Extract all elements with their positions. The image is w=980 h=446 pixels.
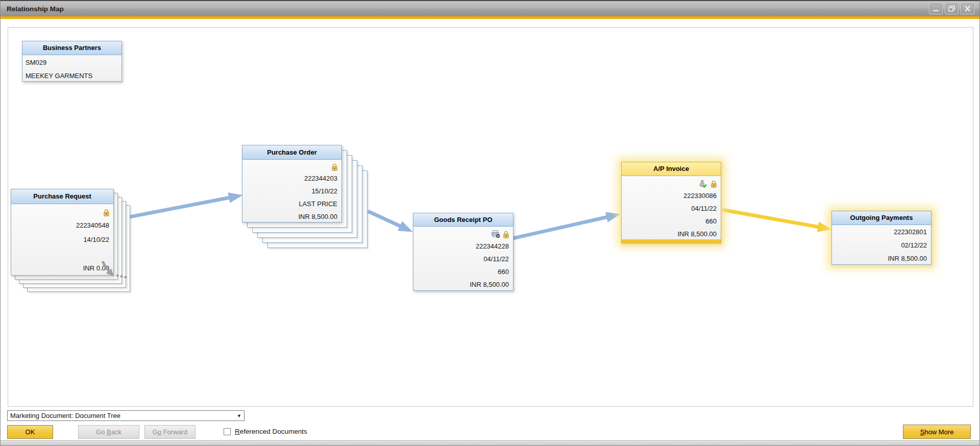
doc-date: 04/11/22 (413, 253, 513, 265)
doc-date: 02/12/22 (832, 238, 931, 252)
close-icon (963, 5, 972, 12)
window-bottom-edge (1, 440, 979, 445)
price-note: LAST PRICE (242, 197, 341, 210)
card-title: Goods Receipt PO (413, 213, 513, 227)
go-forward-label: Go Forward (153, 428, 188, 436)
doc-amount: INR 8,500.00 (832, 252, 931, 265)
doc-number: 222340548 (11, 218, 113, 233)
purchase-order-card[interactable]: Purchase Order 222344203 15/10/22 LAST P… (242, 145, 342, 222)
show-more-label: Show More (920, 428, 954, 436)
doc-date: 15/10/22 (242, 185, 341, 197)
paid-check-icon (698, 180, 708, 188)
lock-icon (103, 209, 110, 216)
doc-number: 222302801 (832, 225, 931, 238)
go-forward-button[interactable]: Go Forward (144, 425, 195, 439)
card-title: A/P Invoice (622, 162, 721, 176)
goods-receipt-po-card[interactable]: Goods Receipt PO 222344228 04/11/22 660 … (413, 213, 513, 291)
business-partners-card[interactable]: Business Partners SM029 MEEKEY GARMENTS (22, 41, 122, 82)
card-title: Outgoing Payments (832, 211, 931, 225)
more-documents-indicator (100, 260, 129, 281)
lock-icon (502, 231, 510, 238)
doc-amount: INR 8,500.00 (622, 228, 721, 240)
doc-date: 04/11/22 (622, 202, 721, 215)
blank-row (11, 247, 113, 261)
referenced-documents-checkbox[interactable] (224, 428, 231, 435)
card-title: Purchase Request (11, 189, 113, 204)
card-title: Business Partners (22, 41, 121, 55)
minimize-button[interactable] (929, 3, 943, 14)
show-more-button[interactable]: Show More (903, 425, 971, 439)
outgoing-payments-card[interactable]: Outgoing Payments 222302801 02/12/22 INR… (831, 211, 932, 265)
doc-number: 222330086 (622, 189, 721, 202)
view-selector-dropdown[interactable]: Marketing Document: Document Tree ▼ (7, 410, 244, 421)
ap-invoice-card[interactable]: A/P Invoice 222330086 04/11/22 660 INR 8… (621, 162, 721, 243)
doc-number: 222344228 (413, 240, 513, 253)
ok-button-label: OK (26, 428, 35, 436)
lock-icon (331, 163, 338, 171)
highlight-strip (622, 239, 721, 243)
titlebar: Relationship Map (1, 1, 979, 16)
doc-quantity: 660 (622, 215, 721, 228)
accent-bar (1, 16, 979, 19)
doc-date: 14/10/22 (11, 233, 113, 247)
card-title: Purchase Order (242, 145, 341, 160)
ok-button[interactable]: OK (7, 425, 53, 439)
purchase-request-card[interactable]: Purchase Request 222340548 14/10/22 INR … (11, 189, 114, 276)
restore-button[interactable] (945, 3, 959, 14)
relationship-map-window: Relationship Map (0, 0, 980, 446)
view-selector-value: Marketing Document: Document Tree (10, 412, 120, 419)
doc-amount: INR 8,500.00 (413, 278, 513, 291)
window-title: Relationship Map (7, 5, 64, 13)
printer-check-icon (491, 230, 500, 238)
doc-number: 222344203 (242, 172, 341, 185)
restore-icon (947, 5, 956, 12)
business-partner-name: MEEKEY GARMENTS (22, 68, 121, 82)
doc-amount: INR 0.00 (11, 261, 113, 276)
chevron-down-icon: ▼ (237, 411, 241, 421)
lock-icon (710, 180, 718, 188)
minimize-icon (932, 5, 940, 12)
close-button[interactable] (961, 3, 974, 14)
doc-quantity: 660 (413, 265, 513, 278)
go-back-button[interactable]: Go Back (78, 425, 139, 439)
doc-amount: INR 8,500.00 (242, 210, 341, 223)
referenced-documents-label[interactable]: Referenced Documents (235, 428, 307, 435)
business-partner-code: SM029 (22, 55, 121, 68)
go-back-label: Go Back (96, 428, 121, 436)
window-controls (929, 3, 974, 14)
